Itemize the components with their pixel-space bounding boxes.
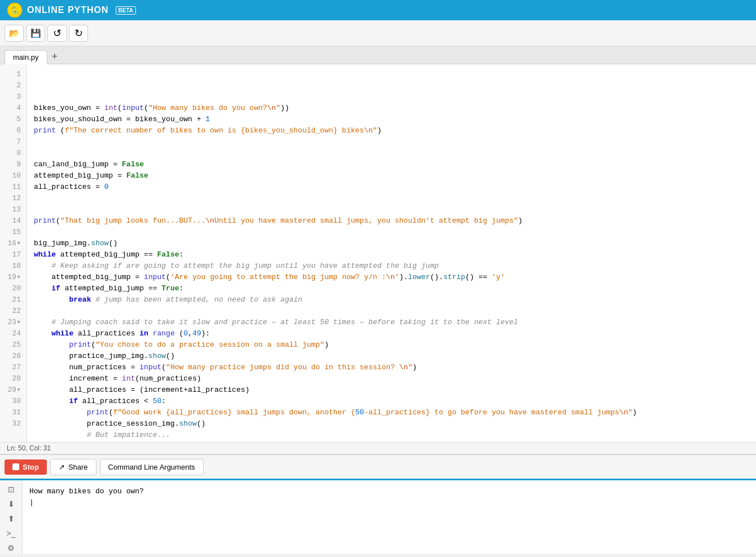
line-num-17: 17 [0, 249, 27, 260]
beta-badge: BETA [116, 6, 136, 15]
line-num-14: 14 [0, 215, 27, 227]
code-line-20: break # jump has been attempted, no need… [34, 295, 302, 304]
code-line-26: num_practices = input("How many practice… [34, 363, 417, 372]
line-num-26: 26 [0, 351, 27, 362]
code-line-9: attempted_big_jump = False [34, 171, 148, 180]
line-num-28: 28 [0, 373, 27, 384]
terminal-icons: ⊡ ⬇ ⬆ >_ ⚙ [0, 480, 23, 554]
line-num-9: 9 [0, 159, 27, 170]
line-num-3: 3 [0, 91, 27, 103]
terminal-cursor: | [29, 498, 34, 507]
code-line-3: bikes_you_own = int(input("How many bike… [34, 104, 289, 112]
terminal-line-1: How many bikes do you own? [29, 486, 749, 497]
header: 🐍 ONLINE PYTHON BETA [0, 0, 756, 20]
bottom-toolbar: Stop ↗ Share Command Line Arguments [0, 454, 756, 480]
stop-label: Stop [23, 463, 39, 471]
line-num-29: 29▾ [0, 384, 27, 396]
tab-label: main.py [13, 53, 39, 61]
line-num-5: 5 [0, 114, 27, 125]
terminal-icon-download[interactable]: ⬇ [8, 499, 15, 509]
line-num-7: 7 [0, 136, 27, 148]
code-line-10: all_practices = 0 [34, 183, 109, 191]
code-line-16: while attempted_big_jump == False: [34, 250, 183, 259]
line-num-31: 31 [0, 407, 27, 418]
code-line-29: if all_practices < 50: [34, 397, 166, 405]
line-num-15: 15 [0, 227, 27, 238]
cursor-position: Ln: 50, Col: 31 [7, 444, 51, 452]
line-num-13: 13 [0, 204, 27, 215]
code-line-32: # But impatience... [34, 431, 170, 439]
line-num-23: 23▾ [0, 317, 27, 328]
add-tab-button[interactable]: + [47, 50, 63, 64]
cmd-args-button[interactable]: Command Line Arguments [100, 459, 204, 475]
line-num-12: 12 [0, 193, 27, 204]
tab-main-py[interactable]: main.py [5, 50, 47, 64]
code-line-13: print("That big jump looks fun...BUT...\… [34, 216, 522, 225]
tabs-bar: main.py + [0, 46, 756, 64]
undo-icon: ↺ [53, 27, 61, 39]
share-button[interactable]: ↗ Share [50, 459, 96, 475]
code-line-15: big_jump_img.show() [34, 239, 117, 247]
terminal-icon-copy[interactable]: ⊡ [8, 485, 15, 494]
app-title: ONLINE PYTHON [27, 5, 109, 15]
share-label: Share [68, 463, 88, 471]
code-editor[interactable]: bikes_you_own = int(input("How many bike… [27, 64, 756, 442]
terminal-icon-prompt[interactable]: >_ [7, 529, 16, 538]
terminal: ⊡ ⬇ ⬆ >_ ⚙ How many bikes do you own? | [0, 480, 756, 554]
line-num-1: 1 [0, 69, 27, 80]
line-num-10: 10 [0, 170, 27, 182]
terminal-icon-settings[interactable]: ⚙ [7, 543, 15, 552]
line-num-8: 8 [0, 148, 27, 159]
undo-button[interactable]: ↺ [47, 25, 67, 42]
code-line-5: print (f"The correct number of bikes to … [34, 126, 381, 135]
line-num-18: 18 [0, 260, 27, 272]
terminal-output[interactable]: How many bikes do you own? | [23, 480, 756, 554]
code-line-8: can_land_big_jump = False [34, 160, 144, 169]
line-num-16: 16▾ [0, 238, 27, 249]
code-line-18: attempted_big_jump = input('Are you goin… [34, 273, 505, 281]
code-line-19: if attempted_big_jump == True: [34, 284, 183, 293]
folder-icon: 📂 [9, 28, 20, 38]
code-line-23: while all_practices in range (0,49): [34, 329, 210, 338]
save-button[interactable]: 💾 [26, 25, 45, 42]
toolbar: 📂 💾 ↺ ↻ [0, 20, 756, 46]
code-line-17: # Keep asking if are going to attempt th… [34, 262, 439, 270]
cmd-args-label: Command Line Arguments [108, 463, 195, 471]
line-numbers: 1 2 3 4 5 6 7 8 9 10 11 12 13 14 15 16▾ … [0, 64, 27, 442]
terminal-icon-upload[interactable]: ⬆ [8, 514, 15, 523]
line-num-11: 11 [0, 182, 27, 193]
code-line-28: all_practices = (increment+all_practices… [34, 386, 249, 394]
line-num-32: 32 [0, 418, 27, 430]
share-icon: ↗ [59, 463, 65, 471]
code-line-22: # Jumping coach said to take it slow and… [34, 318, 518, 326]
logo-icon: 🐍 [7, 2, 23, 18]
open-button[interactable]: 📂 [5, 25, 24, 42]
terminal-cursor-line: | [29, 497, 749, 509]
code-line-27: increment = int(num_practices) [34, 374, 201, 383]
stop-icon [12, 463, 19, 470]
line-num-20: 20 [0, 283, 27, 294]
line-num-25: 25 [0, 339, 27, 351]
code-line-31: practice_session_img.show() [34, 419, 205, 428]
code-line-25: practice_jump_img.show() [34, 352, 175, 360]
line-num-21: 21 [0, 294, 27, 306]
editor-container: 1 2 3 4 5 6 7 8 9 10 11 12 13 14 15 16▾ … [0, 64, 756, 442]
code-line-24: print("You chose to do a practice sessio… [34, 341, 329, 349]
line-num-22: 22 [0, 306, 27, 317]
stop-button[interactable]: Stop [5, 459, 47, 475]
line-num-2: 2 [0, 80, 27, 91]
line-num-27: 27 [0, 362, 27, 373]
redo-button[interactable]: ↻ [69, 25, 88, 42]
code-line-4: bikes_you_should_own = bikes_you_own + 1 [34, 115, 210, 123]
line-num-4: 4 [0, 103, 27, 114]
save-icon: 💾 [30, 28, 41, 38]
line-num-24: 24 [0, 328, 27, 339]
code-line-30: print(f"Good work {all_practices} small … [34, 408, 637, 417]
line-num-6: 6 [0, 125, 27, 136]
status-bar: Ln: 50, Col: 31 [0, 442, 756, 454]
svg-text:🐍: 🐍 [10, 6, 20, 15]
redo-icon: ↻ [74, 27, 83, 39]
line-num-19: 19▾ [0, 272, 27, 283]
line-num-30: 30 [0, 396, 27, 407]
